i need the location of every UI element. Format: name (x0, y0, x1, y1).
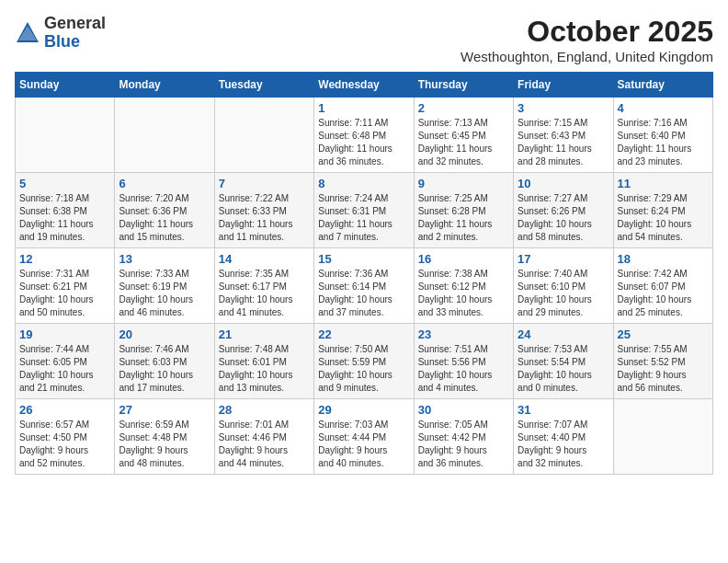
day-number: 9 (418, 177, 509, 190)
day-number: 28 (219, 403, 310, 417)
calendar-cell: 2Sunrise: 7:13 AM Sunset: 6:45 PM Daylig… (414, 98, 513, 173)
calendar-cell: 19Sunrise: 7:44 AM Sunset: 6:05 PM Dayli… (16, 324, 115, 399)
day-info: Sunrise: 7:53 AM Sunset: 5:54 PM Dayligh… (518, 343, 609, 395)
title-block: October 2025 Westhoughton, England, Unit… (461, 15, 713, 64)
day-info: Sunrise: 7:51 AM Sunset: 5:56 PM Dayligh… (418, 343, 509, 395)
day-info: Sunrise: 7:03 AM Sunset: 4:44 PM Dayligh… (318, 419, 409, 470)
calendar-cell: 16Sunrise: 7:38 AM Sunset: 6:12 PM Dayli… (414, 248, 513, 324)
day-number: 19 (19, 327, 110, 341)
logo-icon (15, 20, 40, 46)
day-number: 3 (518, 101, 609, 115)
calendar-cell: 22Sunrise: 7:50 AM Sunset: 5:59 PM Dayli… (314, 324, 414, 399)
day-number: 8 (318, 177, 409, 190)
day-header-saturday: Saturday (613, 73, 712, 98)
day-header-wednesday: Wednesday (314, 73, 414, 98)
day-number: 4 (618, 101, 709, 115)
calendar-cell (214, 98, 313, 173)
day-info: Sunrise: 7:22 AM Sunset: 6:33 PM Dayligh… (219, 192, 310, 244)
calendar-cell: 23Sunrise: 7:51 AM Sunset: 5:56 PM Dayli… (414, 324, 513, 399)
day-info: Sunrise: 7:48 AM Sunset: 6:01 PM Dayligh… (219, 343, 310, 395)
day-info: Sunrise: 6:59 AM Sunset: 4:48 PM Dayligh… (119, 419, 210, 470)
day-info: Sunrise: 7:50 AM Sunset: 5:59 PM Dayligh… (318, 343, 409, 395)
day-number: 23 (418, 327, 509, 341)
calendar-cell: 12Sunrise: 7:31 AM Sunset: 6:21 PM Dayli… (16, 248, 115, 324)
day-info: Sunrise: 7:40 AM Sunset: 6:10 PM Dayligh… (518, 268, 609, 319)
day-number: 24 (518, 327, 609, 341)
day-info: Sunrise: 7:11 AM Sunset: 6:48 PM Dayligh… (318, 117, 409, 168)
logo-text: General Blue (44, 15, 106, 52)
day-info: Sunrise: 7:27 AM Sunset: 6:26 PM Dayligh… (518, 192, 609, 244)
svg-marker-1 (18, 26, 37, 40)
day-number: 13 (119, 252, 210, 266)
calendar-cell: 3Sunrise: 7:15 AM Sunset: 6:43 PM Daylig… (514, 98, 613, 173)
calendar-cell: 31Sunrise: 7:07 AM Sunset: 4:40 PM Dayli… (514, 399, 613, 475)
calendar-cell: 8Sunrise: 7:24 AM Sunset: 6:31 PM Daylig… (314, 173, 414, 248)
day-info: Sunrise: 7:15 AM Sunset: 6:43 PM Dayligh… (518, 117, 609, 168)
logo-blue: Blue (44, 32, 80, 51)
calendar-cell: 14Sunrise: 7:35 AM Sunset: 6:17 PM Dayli… (214, 248, 313, 324)
day-number: 29 (318, 403, 409, 417)
calendar-subtitle: Westhoughton, England, United Kingdom (461, 49, 713, 64)
calendar-cell: 9Sunrise: 7:25 AM Sunset: 6:28 PM Daylig… (414, 173, 513, 248)
day-number: 14 (219, 252, 310, 266)
day-header-sunday: Sunday (16, 73, 115, 98)
calendar-cell: 18Sunrise: 7:42 AM Sunset: 6:07 PM Dayli… (613, 248, 712, 324)
calendar-cell: 15Sunrise: 7:36 AM Sunset: 6:14 PM Dayli… (314, 248, 414, 324)
day-info: Sunrise: 7:44 AM Sunset: 6:05 PM Dayligh… (19, 343, 110, 395)
week-row-4: 19Sunrise: 7:44 AM Sunset: 6:05 PM Dayli… (16, 324, 713, 399)
day-info: Sunrise: 7:31 AM Sunset: 6:21 PM Dayligh… (19, 268, 110, 319)
calendar-cell (115, 98, 214, 173)
calendar-table: SundayMondayTuesdayWednesdayThursdayFrid… (15, 72, 713, 475)
day-number: 7 (219, 177, 310, 190)
day-number: 18 (618, 252, 709, 266)
day-info: Sunrise: 7:24 AM Sunset: 6:31 PM Dayligh… (318, 192, 409, 244)
day-info: Sunrise: 7:42 AM Sunset: 6:07 PM Dayligh… (618, 268, 709, 319)
calendar-cell: 11Sunrise: 7:29 AM Sunset: 6:24 PM Dayli… (613, 173, 712, 248)
calendar-cell (16, 98, 115, 173)
calendar-cell: 25Sunrise: 7:55 AM Sunset: 5:52 PM Dayli… (613, 324, 712, 399)
logo: General Blue (15, 15, 106, 52)
day-info: Sunrise: 7:33 AM Sunset: 6:19 PM Dayligh… (119, 268, 210, 319)
calendar-header: General Blue October 2025 Westhoughton, … (15, 15, 713, 64)
day-number: 25 (618, 327, 709, 341)
day-number: 1 (318, 101, 409, 115)
calendar-cell: 21Sunrise: 7:48 AM Sunset: 6:01 PM Dayli… (214, 324, 313, 399)
calendar-cell: 27Sunrise: 6:59 AM Sunset: 4:48 PM Dayli… (115, 399, 214, 475)
day-info: Sunrise: 7:07 AM Sunset: 4:40 PM Dayligh… (518, 419, 609, 470)
calendar-cell: 1Sunrise: 7:11 AM Sunset: 6:48 PM Daylig… (314, 98, 414, 173)
day-info: Sunrise: 7:35 AM Sunset: 6:17 PM Dayligh… (219, 268, 310, 319)
calendar-cell (613, 399, 712, 475)
day-number: 20 (119, 327, 210, 341)
day-info: Sunrise: 7:18 AM Sunset: 6:38 PM Dayligh… (19, 192, 110, 244)
calendar-cell: 30Sunrise: 7:05 AM Sunset: 4:42 PM Dayli… (414, 399, 513, 475)
day-info: Sunrise: 7:36 AM Sunset: 6:14 PM Dayligh… (318, 268, 409, 319)
day-info: Sunrise: 7:25 AM Sunset: 6:28 PM Dayligh… (418, 192, 509, 244)
calendar-cell: 13Sunrise: 7:33 AM Sunset: 6:19 PM Dayli… (115, 248, 214, 324)
day-number: 2 (418, 101, 509, 115)
calendar-title: October 2025 (461, 15, 713, 49)
week-row-5: 26Sunrise: 6:57 AM Sunset: 4:50 PM Dayli… (16, 399, 713, 475)
day-number: 15 (318, 252, 409, 266)
calendar-cell: 17Sunrise: 7:40 AM Sunset: 6:10 PM Dayli… (514, 248, 613, 324)
calendar-cell: 5Sunrise: 7:18 AM Sunset: 6:38 PM Daylig… (16, 173, 115, 248)
day-number: 11 (618, 177, 709, 190)
day-header-monday: Monday (115, 73, 214, 98)
logo-general: General (44, 14, 106, 32)
calendar-cell: 10Sunrise: 7:27 AM Sunset: 6:26 PM Dayli… (514, 173, 613, 248)
calendar-cell: 4Sunrise: 7:16 AM Sunset: 6:40 PM Daylig… (613, 98, 712, 173)
day-info: Sunrise: 7:20 AM Sunset: 6:36 PM Dayligh… (119, 192, 210, 244)
week-row-2: 5Sunrise: 7:18 AM Sunset: 6:38 PM Daylig… (16, 173, 713, 248)
calendar-cell: 29Sunrise: 7:03 AM Sunset: 4:44 PM Dayli… (314, 399, 414, 475)
week-row-3: 12Sunrise: 7:31 AM Sunset: 6:21 PM Dayli… (16, 248, 713, 324)
day-info: Sunrise: 7:13 AM Sunset: 6:45 PM Dayligh… (418, 117, 509, 168)
calendar-cell: 7Sunrise: 7:22 AM Sunset: 6:33 PM Daylig… (214, 173, 313, 248)
day-number: 16 (418, 252, 509, 266)
calendar-cell: 24Sunrise: 7:53 AM Sunset: 5:54 PM Dayli… (514, 324, 613, 399)
day-info: Sunrise: 7:29 AM Sunset: 6:24 PM Dayligh… (618, 192, 709, 244)
calendar-cell: 28Sunrise: 7:01 AM Sunset: 4:46 PM Dayli… (214, 399, 313, 475)
day-info: Sunrise: 7:46 AM Sunset: 6:03 PM Dayligh… (119, 343, 210, 395)
day-header-friday: Friday (514, 73, 613, 98)
day-number: 30 (418, 403, 509, 417)
days-header-row: SundayMondayTuesdayWednesdayThursdayFrid… (16, 73, 713, 98)
day-number: 10 (518, 177, 609, 190)
